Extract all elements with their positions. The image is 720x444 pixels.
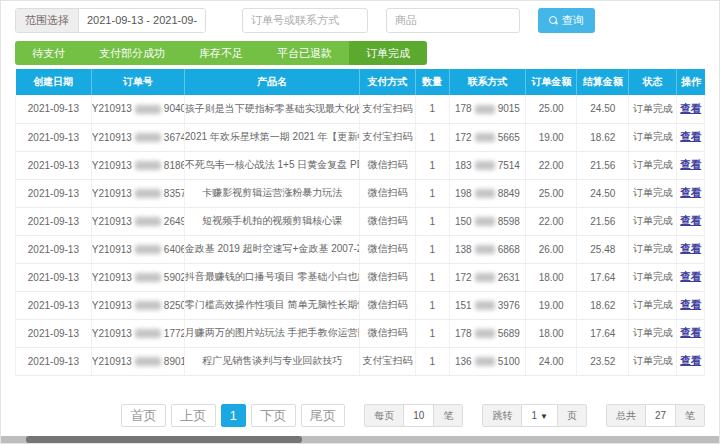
cell-order-amount: 22.00 — [525, 207, 577, 235]
view-link[interactable]: 查看 — [680, 270, 701, 282]
cell-order-no: Y21091359021 — [91, 263, 184, 291]
order-no-suffix: 36743 — [164, 132, 184, 143]
order-amount: 22.00 — [539, 160, 564, 171]
masked-segment — [135, 217, 161, 226]
cell-order-amount: 25.00 — [525, 95, 577, 123]
status-text: 订单完成 — [633, 159, 673, 170]
jump-page-select[interactable]: 1▼ — [522, 405, 557, 426]
cell-create-date: 2021-09-13 — [16, 123, 92, 151]
cell-create-date: 2021-09-13 — [16, 151, 92, 179]
view-link[interactable]: 查看 — [680, 102, 701, 114]
contact-prefix: 150 — [455, 216, 472, 227]
tab-out-of-stock[interactable]: 库存不足 — [182, 41, 260, 65]
cell-order-amount: 24.00 — [525, 347, 577, 375]
search-toolbar: 范围选择 查询 — [1, 1, 719, 33]
cell-contact: 1837514 — [450, 151, 526, 179]
per-page-value[interactable]: 10 — [404, 405, 434, 426]
last-page-button[interactable]: 尾页 — [301, 404, 346, 427]
cell-product-name: 金政基 2019 超时空速写+金政基 2007-2020 合集 — [184, 235, 360, 263]
view-link[interactable]: 查看 — [680, 186, 701, 198]
settle-amount: 18.62 — [590, 132, 615, 143]
order-amount: 18.00 — [539, 272, 564, 283]
masked-segment — [475, 189, 495, 198]
create-date: 2021-09-13 — [28, 103, 79, 114]
cell-order-no: Y21091390404 — [91, 95, 184, 123]
view-link[interactable]: 查看 — [680, 130, 701, 142]
create-date: 2021-09-13 — [28, 132, 79, 143]
horizontal-scrollbar-thumb[interactable] — [26, 436, 302, 443]
view-link[interactable]: 查看 — [680, 242, 701, 254]
payment-method: 支付宝扫码 — [363, 131, 413, 142]
status-text: 订单完成 — [633, 215, 673, 226]
cell-quantity: 1 — [415, 319, 449, 347]
cell-quantity: 1 — [415, 291, 449, 319]
cell-product-name: 程广见销售谈判与专业回款技巧 — [184, 347, 360, 375]
payment-method: 微信扫码 — [368, 159, 408, 170]
status-text: 订单完成 — [633, 327, 673, 338]
cell-payment-method: 支付宝扫码 — [360, 123, 415, 151]
contact-prefix: 198 — [455, 188, 472, 199]
product-name: 程广见销售谈判与专业回款技巧 — [202, 355, 342, 366]
cell-contact: 1785689 — [450, 319, 526, 347]
order-amount: 22.00 — [539, 216, 564, 227]
order-search-input[interactable] — [242, 8, 368, 33]
tab-platform-refunded[interactable]: 平台已退款 — [260, 41, 349, 65]
order-no-prefix: Y210913 — [92, 132, 132, 143]
pagination-bar: 首页 上页 1 下页 尾页 每页 10 笔 跳转 1▼ 页 总共 27 笔 — [1, 404, 705, 427]
product-name: 抖音最赚钱的口播号项目 零基础小白也能年入 30万 — [185, 271, 360, 282]
cell-action: 查看 — [677, 263, 705, 291]
create-date: 2021-09-13 — [28, 328, 79, 339]
quantity: 1 — [430, 103, 436, 114]
contact-suffix: 5665 — [498, 132, 520, 143]
orders-table: 创建日期 订单号 产品名 支付方式 数量 联系方式 订单金额 结算金额 状态 操… — [15, 69, 705, 376]
next-page-button[interactable]: 下页 — [251, 404, 296, 427]
cell-order-no: Y21091317725 — [91, 319, 184, 347]
masked-segment — [135, 133, 161, 142]
view-link[interactable]: 查看 — [680, 214, 701, 226]
current-page-button[interactable]: 1 — [221, 404, 246, 427]
quantity: 1 — [430, 272, 436, 283]
product-search-input[interactable] — [386, 8, 520, 33]
order-no-suffix: 90404 — [164, 103, 184, 114]
status-tab-bar: 待支付 支付部分成功 库存不足 平台已退款 订单完成 — [15, 41, 427, 65]
cell-create-date: 2021-09-13 — [16, 179, 92, 207]
contact-suffix: 8598 — [498, 216, 520, 227]
cell-order-amount: 18.00 — [525, 263, 577, 291]
contact-prefix: 136 — [455, 356, 472, 367]
search-button[interactable]: 查询 — [538, 8, 595, 33]
tab-order-complete[interactable]: 订单完成 — [349, 41, 427, 65]
settle-amount: 25.48 — [590, 244, 615, 255]
order-no-suffix: 59021 — [164, 272, 184, 283]
status-text: 订单完成 — [633, 299, 673, 310]
view-link[interactable]: 查看 — [680, 326, 701, 338]
settle-amount: 24.50 — [590, 103, 615, 114]
cell-payment-method: 支付宝扫码 — [360, 95, 415, 123]
contact-suffix: 5100 — [498, 356, 520, 367]
cell-order-no: Y21091382507 — [91, 291, 184, 319]
payment-method: 微信扫码 — [368, 271, 408, 282]
date-range-input[interactable] — [79, 9, 205, 32]
masked-segment — [135, 357, 161, 366]
masked-segment — [475, 105, 495, 114]
order-management-page: 范围选择 查询 待支付 支付部分成功 库存不足 平台已退款 订单完成 创建日期 … — [0, 0, 720, 444]
view-link[interactable]: 查看 — [680, 354, 701, 366]
cell-product-name: 零门槛高效操作性项目 简单无脑性长期性收益 — [184, 291, 360, 319]
cell-payment-method: 微信扫码 — [360, 179, 415, 207]
cell-settle-amount: 24.50 — [577, 95, 629, 123]
cell-product-name: 短视频手机拍的视频剪辑核心课 — [184, 207, 360, 235]
column-header-payment: 支付方式 — [360, 69, 415, 95]
contact-suffix: 5689 — [498, 328, 520, 339]
order-no-suffix: 81869 — [164, 160, 184, 171]
cell-payment-method: 微信扫码 — [360, 207, 415, 235]
order-row: 2021-09-13 Y21091383572 卡赚影视剪辑运营涨粉暴力玩法 微… — [16, 179, 705, 207]
first-page-button[interactable]: 首页 — [121, 404, 166, 427]
prev-page-button[interactable]: 上页 — [171, 404, 216, 427]
view-link[interactable]: 查看 — [680, 298, 701, 310]
create-date: 2021-09-13 — [28, 188, 79, 199]
tab-pending-payment[interactable]: 待支付 — [15, 41, 82, 65]
contact-suffix: 6868 — [498, 244, 520, 255]
horizontal-scrollbar-track[interactable] — [1, 436, 720, 443]
cell-quantity: 1 — [415, 95, 449, 123]
view-link[interactable]: 查看 — [680, 158, 701, 170]
tab-partial-payment[interactable]: 支付部分成功 — [82, 41, 182, 65]
